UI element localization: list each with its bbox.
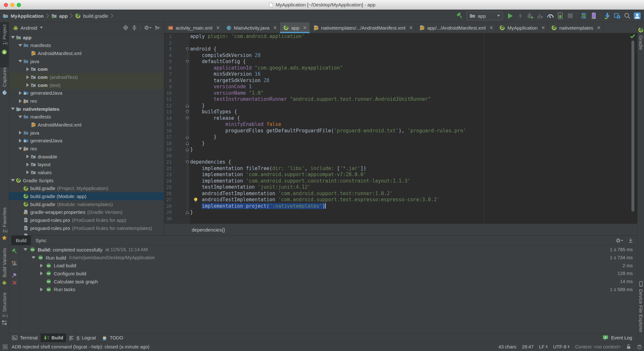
event-log-badge-icon[interactable]: 2 <box>602 335 609 341</box>
tree-row[interactable]: layout <box>9 161 164 169</box>
tree-row[interactable]: drawable <box>9 153 164 161</box>
tree-row[interactable]: manifests <box>9 42 164 50</box>
editor-tab[interactable]: nativetemplates× <box>548 22 604 33</box>
expanded-arrow-icon[interactable] <box>10 36 15 39</box>
scroll-to-end-icon[interactable] <box>628 238 633 243</box>
stripe-button-favorites[interactable]: 2: Favorites <box>0 205 9 243</box>
tree-row[interactable]: proguard-rules.pro(ProGuard Rules for na… <box>9 224 164 232</box>
editor-tab[interactable]: <>app/.../AndroidManifest.xml× <box>416 22 496 33</box>
editor-tab[interactable]: CMainActivity.java× <box>223 22 280 33</box>
editor-scrollbar-thumb[interactable] <box>631 41 634 212</box>
fold-end-icon[interactable] <box>186 104 189 108</box>
close-tab-icon[interactable]: × <box>489 25 494 31</box>
breadcrumb-scope[interactable]: dependencies{} <box>192 227 225 232</box>
sync-gradle-button[interactable] <box>579 12 589 20</box>
build-tree-row[interactable]: OKBuild: completed successfullyat 11/5/1… <box>20 246 637 254</box>
tree-row[interactable]: res <box>9 145 164 153</box>
collapsed-arrow-icon[interactable] <box>39 264 44 268</box>
expanded-arrow-icon[interactable] <box>31 256 36 259</box>
tree-row[interactable]: com(test) <box>9 81 164 89</box>
expanded-arrow-icon[interactable] <box>17 44 23 47</box>
close-tab-icon[interactable]: × <box>273 25 277 31</box>
tree-row[interactable]: gradle-wrapper.properties(Gradle Version… <box>9 208 164 216</box>
fold-start-icon[interactable] <box>186 160 189 164</box>
apply-changes-button[interactable] <box>515 12 525 20</box>
tree-row[interactable]: <>AndroidManifest.xml <box>9 49 164 57</box>
collapsed-arrow-icon[interactable] <box>25 155 30 158</box>
fold-start-icon[interactable] <box>186 60 189 63</box>
tree-row[interactable]: manifests <box>9 113 164 121</box>
run-configuration-selector[interactable]: app <box>466 12 503 20</box>
expanded-arrow-icon[interactable] <box>17 60 23 62</box>
toolwindow-button-todo[interactable]: TODO <box>99 334 126 342</box>
debug-button[interactable] <box>525 12 535 20</box>
expanded-arrow-icon[interactable] <box>10 108 15 110</box>
collapsed-arrow-icon[interactable] <box>17 91 23 95</box>
fold-end-icon[interactable] <box>186 135 189 139</box>
close-tab-icon[interactable]: × <box>541 25 545 31</box>
search-everywhere-button[interactable] <box>622 12 632 20</box>
expanded-arrow-icon[interactable] <box>23 248 28 251</box>
collapsed-arrow-icon[interactable] <box>39 288 44 291</box>
make-project-button[interactable] <box>454 12 464 20</box>
tree-row[interactable]: build.gradle(Module: nativetemplates) <box>9 200 164 208</box>
stripe-button-device-file-explorer[interactable]: Device File Explorer <box>638 279 644 335</box>
attach-debugger-button[interactable] <box>555 12 565 20</box>
collapsed-arrow-icon[interactable] <box>17 99 23 103</box>
fold-end-icon[interactable] <box>186 142 189 145</box>
build-tree-row[interactable]: OKLoad build2 ms <box>20 261 637 270</box>
intention-bulb-icon[interactable] <box>193 197 198 203</box>
tree-row[interactable]: com(androidTest) <box>9 73 164 81</box>
toolwindow-toggle-icon[interactable] <box>3 344 8 349</box>
stripe-button-captures[interactable]: Captures <box>0 65 9 97</box>
expanded-arrow-icon[interactable] <box>10 179 15 182</box>
tree-row[interactable]: values <box>9 168 164 176</box>
tree-row[interactable]: nativetemplates <box>9 105 164 113</box>
build-tree-row[interactable]: OKConfigure build128 ms <box>20 270 637 278</box>
tree-row[interactable]: proguard-rules.pro(ProGuard Rules for ap… <box>9 216 164 224</box>
tree-row[interactable]: <>AndroidManifest.xml <box>9 121 164 129</box>
settings-gear-icon[interactable] <box>144 25 152 31</box>
close-tab-icon[interactable]: × <box>216 25 220 31</box>
settings-gear-icon[interactable] <box>615 238 623 243</box>
collapsed-arrow-icon[interactable] <box>25 75 30 79</box>
profiler-button[interactable] <box>545 12 555 20</box>
editor-tab[interactable]: app× <box>280 22 310 33</box>
stripe-button-gradle[interactable]: Gradle <box>638 25 644 52</box>
fold-end-icon[interactable] <box>186 148 189 151</box>
line-separator[interactable]: LF <box>539 344 548 349</box>
collapsed-arrow-icon[interactable] <box>39 271 44 275</box>
avd-manager-button[interactable] <box>589 12 599 20</box>
editor-tab[interactable]: <>activity_main.xml× <box>164 22 223 33</box>
tree-row[interactable]: com <box>9 65 164 73</box>
stripe-button-project[interactable]: 1: Project <box>0 22 9 67</box>
build-panel-tab[interactable]: Sync <box>31 236 51 245</box>
context-indicator[interactable]: Context: <no context> <box>575 344 621 349</box>
close-icon[interactable] <box>11 279 18 287</box>
editor-tab[interactable]: <>nativetemplates/.../AndroidManifest.xm… <box>310 22 416 33</box>
tree-row[interactable]: app <box>9 33 164 42</box>
code-editor[interactable]: apply plugin: 'com.android.application'a… <box>189 33 637 224</box>
stripe-button-build-variants[interactable]: Build Variants <box>0 246 9 288</box>
tree-row[interactable]: Gradle Scripts <box>9 176 164 185</box>
collapsed-arrow-icon[interactable] <box>17 131 23 135</box>
tree-row[interactable]: java <box>9 57 164 65</box>
event-log-button[interactable]: Event Log <box>611 335 632 340</box>
tree-row[interactable] <box>9 232 164 235</box>
file-encoding[interactable]: UTF-8 <box>553 344 570 349</box>
close-tab-icon[interactable]: × <box>303 25 307 31</box>
fold-start-icon[interactable] <box>186 117 189 120</box>
expanded-arrow-icon[interactable] <box>17 147 23 150</box>
rerun-build-icon[interactable] <box>11 247 18 255</box>
device-file-explorer-button[interactable] <box>612 12 622 20</box>
pin-icon[interactable] <box>11 271 18 279</box>
filter-icon[interactable]: ab <box>11 259 18 267</box>
project-view-selector[interactable]: Android <box>21 25 37 31</box>
run-button[interactable] <box>505 12 515 20</box>
fold-end-icon[interactable] <box>186 211 189 214</box>
tree-row[interactable]: generatedJava <box>9 89 164 97</box>
collapsed-arrow-icon[interactable] <box>25 170 30 174</box>
profile-button[interactable] <box>535 12 545 20</box>
sdk-manager-button[interactable] <box>602 12 612 20</box>
breadcrumb-item[interactable]: app <box>51 13 68 19</box>
